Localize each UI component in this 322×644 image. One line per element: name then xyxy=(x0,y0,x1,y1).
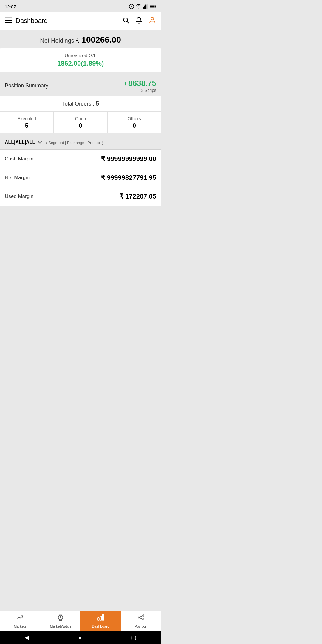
executed-label: Executed xyxy=(2,116,51,121)
position-summary-label: Position Summary xyxy=(5,83,48,89)
svg-point-13 xyxy=(123,18,128,22)
wifi-icon xyxy=(136,4,141,9)
segment-desc: ( Segment | Exchange | Product ) xyxy=(46,140,103,145)
total-orders-count: 5 xyxy=(96,100,99,107)
position-scrips: 3 Scrips xyxy=(123,88,156,93)
unrealized-value: 1862.00(1.89%) xyxy=(5,60,156,67)
header-actions xyxy=(122,16,156,25)
svg-rect-8 xyxy=(155,6,156,7)
hamburger-icon xyxy=(5,17,12,23)
chevron-down-icon xyxy=(38,140,42,145)
open-value: 0 xyxy=(56,122,105,129)
position-value-row: ₹ 8638.75 xyxy=(123,79,156,88)
search-icon xyxy=(122,17,129,24)
svg-point-2 xyxy=(138,8,139,8)
profile-button[interactable] xyxy=(148,16,156,25)
position-summary-right: ₹ 8638.75 3 Scrips xyxy=(123,79,156,93)
unrealized-label: Unrealized G/L xyxy=(5,53,156,58)
position-summary-section: Position Summary ₹ 8638.75 3 Scrips xyxy=(0,75,161,96)
open-order[interactable]: Open 0 xyxy=(54,112,107,133)
net-holdings-section: Net Holdings ₹ 100266.00 xyxy=(0,30,161,48)
svg-rect-4 xyxy=(144,6,145,9)
others-order[interactable]: Others 0 xyxy=(108,112,161,133)
used-margin-row: Used Margin ₹ 172207.05 xyxy=(0,187,161,206)
cash-margin-row: Cash Margin ₹ 99999999999.00 xyxy=(0,150,161,168)
bell-icon xyxy=(135,17,143,24)
unrealized-card: Unrealized G/L 1862.00(1.89%) xyxy=(0,48,161,72)
used-margin-label: Used Margin xyxy=(5,193,33,199)
net-margin-value: ₹ 99999827791.95 xyxy=(101,174,156,182)
net-holdings-label: Net Holdings xyxy=(40,37,74,44)
used-margin-value: ₹ 172207.05 xyxy=(119,193,156,200)
margin-card: Cash Margin ₹ 99999999999.00 Net Margin … xyxy=(0,150,161,206)
svg-point-15 xyxy=(151,17,154,20)
header: Dashboard xyxy=(0,12,161,30)
battery-icon xyxy=(150,4,156,9)
signal-icon xyxy=(143,4,148,9)
menu-button[interactable] xyxy=(5,17,12,24)
user-icon xyxy=(148,16,156,24)
executed-value: 5 xyxy=(2,122,51,129)
cash-margin-value: ₹ 99999999999.00 xyxy=(101,155,156,163)
position-value: 8638.75 xyxy=(128,79,156,88)
svg-rect-6 xyxy=(147,4,148,9)
total-orders-row: Total Orders : 5 xyxy=(0,96,161,112)
total-orders-label: Total Orders : xyxy=(62,101,96,107)
net-margin-row: Net Margin ₹ 99999827791.95 xyxy=(0,168,161,187)
net-margin-label: Net Margin xyxy=(5,175,30,181)
open-label: Open xyxy=(56,116,105,121)
main-content: Net Holdings ₹ 100266.00 Unrealized G/L … xyxy=(0,30,161,244)
svg-line-14 xyxy=(127,21,129,23)
executed-order[interactable]: Executed 5 xyxy=(0,112,54,133)
net-holdings-currency: ₹ xyxy=(75,37,81,44)
orders-card: Total Orders : 5 Executed 5 Open 0 Other… xyxy=(0,96,161,133)
segment-label: ALL|ALL|ALL xyxy=(5,140,35,145)
status-bar: 12:07 xyxy=(0,0,161,12)
status-time: 12:07 xyxy=(5,4,16,9)
svg-rect-9 xyxy=(150,6,154,8)
cash-margin-label: Cash Margin xyxy=(5,156,33,162)
dnd-icon xyxy=(129,4,134,9)
others-value: 0 xyxy=(110,122,159,129)
svg-rect-5 xyxy=(145,5,146,9)
search-button[interactable] xyxy=(122,17,129,25)
notification-button[interactable] xyxy=(135,17,143,25)
position-currency: ₹ xyxy=(123,81,128,87)
segment-selector[interactable]: ALL|ALL|ALL ( Segment | Exchange | Produ… xyxy=(0,136,161,150)
status-icons xyxy=(129,4,156,9)
page-title: Dashboard xyxy=(16,17,122,25)
orders-breakdown: Executed 5 Open 0 Others 0 xyxy=(0,112,161,133)
others-label: Others xyxy=(110,116,159,121)
svg-rect-3 xyxy=(143,7,144,9)
net-holdings-value: 100266.00 xyxy=(81,35,121,44)
